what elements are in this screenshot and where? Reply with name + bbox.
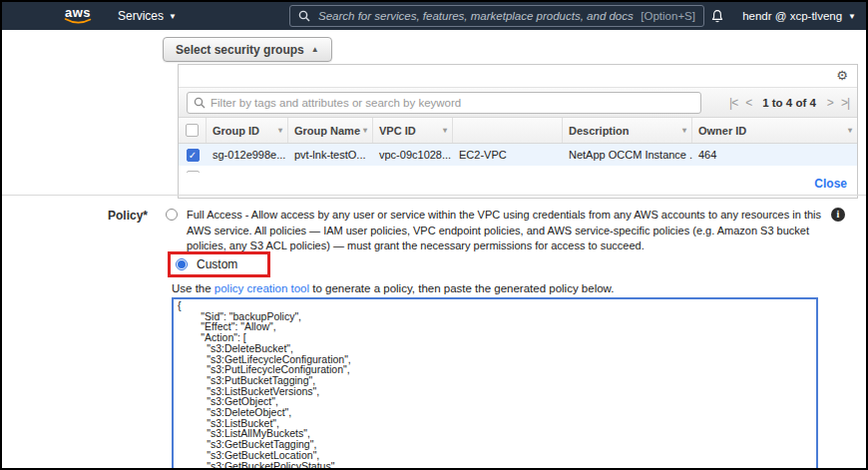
cell-owner-id: 464 [692,149,857,161]
policy-field-label: Policy* [2,209,148,223]
security-groups-table: Group ID▾ Group Name▾ VPC ID▾ Descriptio… [179,117,857,173]
sort-caret-icon[interactable]: ▾ [278,126,282,135]
info-icon[interactable]: i [831,208,845,222]
sort-caret-icon[interactable]: ▾ [848,126,852,135]
column-header-description[interactable]: Description▾ [563,118,692,143]
policy-creation-tool-link[interactable]: policy creation tool [215,282,309,294]
filter-field[interactable] [187,92,701,114]
topbar-right-group: hendr @ xcp-tlveng ▼ [710,2,856,30]
column-header-vpc-name [453,118,563,143]
column-label: Group Name [294,125,360,137]
column-header-group-id[interactable]: Group ID▾ [207,118,288,143]
column-header-group-name[interactable]: Group Name▾ [288,118,373,143]
cell-group-name: pvt-lnk-testO... [288,149,373,161]
helper-suffix: to generate a policy, then paste the gen… [309,282,614,294]
account-menu[interactable]: hendr @ xcp-tlveng ▼ [742,10,856,22]
select-security-groups-label: Select security groups [176,43,304,57]
full-access-option: Full Access - Allow access by any user o… [166,208,826,254]
column-header-owner-id[interactable]: Owner ID▾ [692,118,857,143]
account-label: hendr @ xcp-tlveng [742,10,842,22]
full-access-label: Full Access - Allow access by any user o… [187,208,826,254]
pagination-last-button[interactable]: >| [841,96,849,110]
section-divider [2,195,866,196]
search-placeholder: Search for services, features, marketpla… [318,10,634,22]
table-row[interactable]: ✓ sg-012e998e... pvt-lnk-testO... vpc-09… [179,144,857,166]
column-label: Group ID [213,125,259,137]
close-link[interactable]: Close [814,177,847,191]
sort-caret-icon[interactable]: ▾ [363,126,367,135]
pagination-prev-button[interactable]: < [745,96,751,110]
full-access-radio[interactable] [166,209,178,221]
cell-vpc-id: vpc-09c1028... [373,149,453,161]
aws-top-navbar: aws Services ▼ Search for services, feat… [2,2,866,30]
table-header-row: Group ID▾ Group Name▾ VPC ID▾ Descriptio… [179,117,857,144]
panel-settings-row: ⚙ [179,65,857,87]
custom-policy-textarea[interactable]: { "Sid": "backupPolicy", "Effect": "Allo… [172,297,818,470]
table-toolbar: |< < 1 to 4 of 4 > >| [179,87,857,117]
chevron-down-icon: ▼ [848,12,856,21]
chevron-down-icon: ▼ [169,12,177,21]
row-checkbox-cell: ✓ [179,149,207,162]
pagination-next-button[interactable]: > [827,96,833,110]
chevron-up-icon: ▲ [311,45,319,54]
table-row-clipped[interactable] [179,166,857,173]
select-all-checkbox[interactable] [186,124,199,137]
select-all-checkbox-cell [179,118,207,143]
search-icon [298,10,310,22]
sort-caret-icon[interactable]: ▾ [443,126,447,135]
column-label: Owner ID [698,125,746,137]
custom-option-highlight-box: Custom [168,251,270,277]
row-checkbox[interactable]: ✓ [187,149,200,162]
pagination-range-text: 1 to 4 of 4 [762,97,816,109]
column-header-vpc-id[interactable]: VPC ID▾ [373,118,453,143]
services-label: Services [118,9,164,23]
cell-description: NetApp OCCM Instance ... [563,149,692,161]
gear-icon[interactable]: ⚙ [836,68,848,84]
pagination-first-button[interactable]: |< [729,96,737,110]
aws-logo[interactable]: aws [64,8,92,25]
sort-caret-icon[interactable]: ▾ [682,126,686,135]
cell-group-id: sg-012e998e... [207,149,288,161]
security-groups-panel: ⚙ |< < 1 to 4 of 4 > >| Group ID▾ Group … [178,64,858,199]
column-label: Description [569,125,630,137]
aws-logo-text: aws [65,8,91,18]
custom-radio[interactable] [176,258,188,270]
app-window: aws Services ▼ Search for services, feat… [0,0,868,470]
helper-prefix: Use the [172,282,215,294]
notifications-bell-icon[interactable] [710,9,724,24]
column-label: VPC ID [379,125,416,137]
global-search[interactable]: Search for services, features, marketpla… [289,5,704,27]
pagination: |< < 1 to 4 of 4 > >| [729,96,849,110]
cell-vpc-name: EC2-VPC [453,149,563,161]
custom-label: Custom [197,257,237,271]
search-shortcut-hint: [Option+S] [641,10,695,22]
select-security-groups-button[interactable]: Select security groups ▲ [163,37,332,62]
aws-smile-icon [64,18,92,25]
search-icon [194,97,206,109]
services-menu[interactable]: Services ▼ [118,9,177,23]
filter-input[interactable] [211,97,694,109]
policy-helper-text: Use the policy creation tool to generate… [172,282,614,294]
